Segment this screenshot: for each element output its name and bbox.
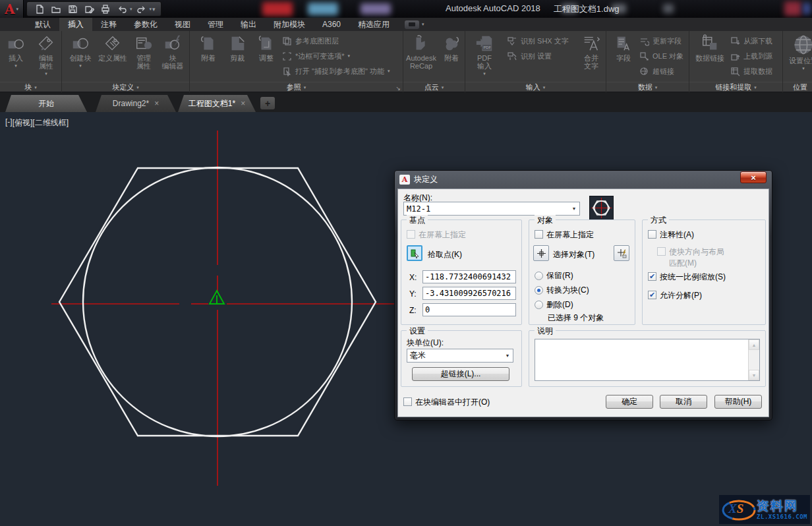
- y-input[interactable]: [422, 287, 516, 300]
- edit-attributes-button[interactable]: 编辑属性▾: [32, 33, 61, 78]
- point-cloud-attach-button[interactable]: 附着: [439, 33, 464, 62]
- help-button[interactable]: 帮助(H): [714, 395, 762, 409]
- redo-button[interactable]: [134, 3, 149, 16]
- extract-data-button[interactable]: 提取数据: [730, 66, 772, 76]
- tab-管理[interactable]: 管理: [199, 18, 232, 31]
- panel-title-block[interactable]: 块▾: [0, 82, 61, 92]
- chevron-down-icon[interactable]: ▼: [569, 206, 579, 211]
- tab-注释[interactable]: 注释: [92, 18, 125, 31]
- blurred-icon: [784, 1, 801, 16]
- description-textarea[interactable]: ▲ ▼: [535, 339, 760, 381]
- tab-精选应用[interactable]: 精选应用: [349, 18, 398, 31]
- data-link-button[interactable]: 数据链接: [692, 33, 728, 62]
- tab-参数化[interactable]: 参数化: [125, 18, 166, 31]
- underlay-layers-button[interactable]: 参考底图图层: [282, 36, 339, 46]
- panel-title-import[interactable]: 输入▾: [465, 82, 606, 92]
- annotative-checkbox[interactable]: 注释性(A): [648, 229, 694, 241]
- scroll-up-icon[interactable]: ▲: [749, 339, 759, 350]
- tab-默认[interactable]: 默认: [26, 18, 59, 31]
- recognize-shx-text-button[interactable]: 识别 SHX 文字: [508, 36, 569, 46]
- close-icon[interactable]: ×: [241, 99, 245, 108]
- tab-视图[interactable]: 视图: [166, 18, 199, 31]
- autodesk-recap-button[interactable]: AutodeskReCap: [405, 33, 438, 70]
- cancel-button[interactable]: 取消: [660, 395, 707, 409]
- scale-uniformly-checkbox[interactable]: ✔ 按统一比例缩放(S): [648, 272, 726, 283]
- file-tab-start[interactable]: 开始: [5, 95, 87, 112]
- download-from-source-button[interactable]: 从源下载: [730, 36, 772, 46]
- tab-A360[interactable]: A360: [314, 18, 349, 31]
- chevron-down-icon[interactable]: ▼: [502, 353, 513, 358]
- file-tab-drawing2[interactable]: Drawing2* ×: [96, 95, 176, 112]
- combine-text-button[interactable]: 合并文字: [579, 33, 604, 70]
- basepoint-specify-on-screen-checkbox: 在屏幕上指定: [407, 229, 466, 241]
- create-block-button[interactable]: 创建块▾: [66, 33, 95, 70]
- scroll-down-icon[interactable]: ▼: [749, 370, 759, 380]
- hyperlink-dialog-button[interactable]: 超链接(L)...: [412, 367, 509, 381]
- undo-button[interactable]: [115, 3, 129, 16]
- ribbon-display-options-button[interactable]: ▾: [405, 18, 424, 31]
- save-as-button[interactable]: [82, 3, 96, 16]
- plot-button[interactable]: [98, 3, 113, 16]
- panel-title-data[interactable]: 数据▾: [606, 82, 689, 92]
- retain-radio[interactable]: 保留(R): [535, 270, 573, 281]
- upload-to-source-button[interactable]: 上载到源: [730, 51, 772, 61]
- new-drawing-tab-button[interactable]: +: [260, 97, 275, 109]
- convert-to-block-radio[interactable]: 转换为块(C): [535, 285, 589, 296]
- dialog-close-button[interactable]: ×: [740, 171, 767, 183]
- panel-title-point-cloud[interactable]: 点云▾: [403, 82, 465, 92]
- recognition-settings-button[interactable]: 识别 设置: [508, 51, 552, 61]
- block-name-combo[interactable]: M12-1 ▼: [403, 202, 580, 216]
- y-label: Y:: [409, 289, 417, 299]
- update-fields-button[interactable]: 更新字段: [639, 36, 682, 46]
- recap-icon: [411, 33, 432, 54]
- x-input[interactable]: [422, 270, 516, 283]
- new-file-button[interactable]: [32, 3, 47, 16]
- undo-dropdown-icon[interactable]: ▾: [130, 7, 132, 12]
- objects-specify-on-screen-checkbox[interactable]: 在屏幕上指定: [535, 229, 594, 241]
- z-input[interactable]: [422, 303, 516, 316]
- set-location-button[interactable]: 设置位置▾: [784, 33, 812, 73]
- tab-输出[interactable]: 输出: [232, 18, 265, 31]
- ok-button[interactable]: 确定: [606, 395, 653, 409]
- snap-to-underlay-button[interactable]: 打开 "捕捉到参考底图" 功能▾: [282, 66, 390, 76]
- description-group: 说明 ▲ ▼: [529, 330, 766, 387]
- frames-options-button[interactable]: *边框可变选项*▾: [282, 51, 350, 61]
- tab-插入[interactable]: 插入: [59, 18, 92, 31]
- ribbon-panel-data: 字段 更新字段 OLE 对象 超链接 数据▾: [606, 31, 689, 92]
- open-file-button[interactable]: [49, 3, 63, 16]
- pdf-import-button[interactable]: PDF PDF输入▾: [468, 33, 501, 78]
- panel-title-block-definition[interactable]: 块定义▾: [62, 82, 189, 92]
- panel-title-linking-extraction[interactable]: 链接和提取▾: [689, 82, 782, 92]
- attach-button[interactable]: 附着: [195, 33, 221, 62]
- delete-radio[interactable]: 删除(D): [535, 299, 573, 310]
- qat-customize-icon[interactable]: ▾: [152, 6, 156, 13]
- redo-dropdown-icon[interactable]: ▾: [150, 7, 152, 12]
- ole-object-button[interactable]: OLE 对象: [639, 51, 683, 61]
- create-block-icon: [70, 33, 91, 54]
- allow-exploding-checkbox[interactable]: ✔ 允许分解(P): [648, 290, 702, 301]
- quick-select-button[interactable]: [614, 245, 629, 261]
- adjust-button[interactable]: 调整: [253, 33, 279, 62]
- clip-button[interactable]: 剪裁: [224, 33, 250, 62]
- insert-block-button[interactable]: 插入▾: [1, 33, 30, 70]
- panel-title-location[interactable]: 位置: [783, 82, 812, 92]
- save-button[interactable]: [65, 3, 80, 16]
- field-button[interactable]: 字段: [610, 33, 637, 62]
- scrollbar[interactable]: ▲ ▼: [748, 339, 759, 380]
- drawing-canvas[interactable]: [-] [俯视] [二维线框] XS: [0, 112, 812, 526]
- dialog-launcher-icon[interactable]: ↘: [395, 85, 401, 92]
- block-unit-combo[interactable]: 毫米 ▼: [407, 349, 513, 363]
- manage-attributes-button[interactable]: 管理属性: [130, 33, 157, 70]
- pick-point-button[interactable]: [407, 245, 422, 261]
- file-tab-active-document[interactable]: 工程图文档1* ×: [178, 95, 256, 112]
- panel-title-reference[interactable]: 参照▾: [190, 82, 403, 92]
- tab-附加模块[interactable]: 附加模块: [265, 18, 314, 31]
- dialog-title-bar[interactable]: A 块定义: [395, 171, 772, 189]
- app-menu-button[interactable]: A▾: [0, 0, 24, 18]
- define-attributes-button[interactable]: 定义属性: [96, 33, 129, 62]
- open-in-block-editor-checkbox[interactable]: 在块编辑器中打开(O): [403, 397, 490, 408]
- hyperlink-button[interactable]: 超链接: [639, 66, 674, 76]
- close-icon[interactable]: ×: [154, 99, 159, 108]
- select-objects-button[interactable]: [533, 245, 549, 261]
- block-editor-button[interactable]: 块编辑器: [158, 33, 187, 70]
